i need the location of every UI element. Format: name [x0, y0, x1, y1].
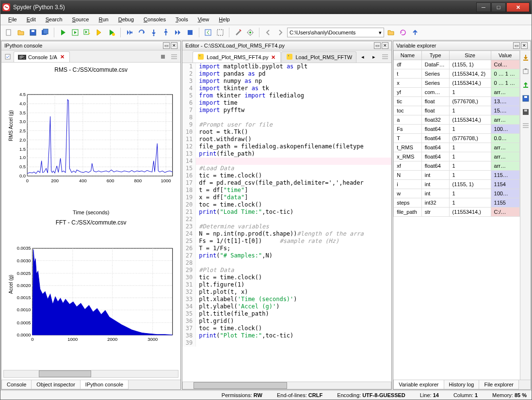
console-options-button[interactable] — [169, 51, 179, 62]
bottom-tab-console[interactable]: Console — [1, 380, 32, 389]
menu-run[interactable]: Run — [95, 15, 112, 24]
editor-close-button[interactable]: ✕ — [382, 42, 388, 49]
minimize-button[interactable]: ─ — [476, 2, 491, 12]
varexp-title: Variable explorer — [396, 43, 436, 48]
editor-tab-inactive[interactable]: Load_Plot_RMS_FFTW — [281, 51, 356, 63]
run-cell-advance-button[interactable] — [82, 27, 93, 38]
continue-button[interactable] — [173, 27, 183, 38]
var-row-toc[interactable]: tocfloat115.… — [394, 106, 520, 115]
var-row-w[interactable]: wint1100… — [394, 189, 520, 198]
varexp-close-button[interactable]: ✕ — [521, 42, 528, 49]
var-row-yf[interactable]: yfcom…1arr… — [394, 88, 520, 97]
tab-nav-left-button[interactable]: ◂ — [357, 51, 368, 62]
save-session-button[interactable] — [520, 93, 531, 104]
editor-h-scrollbar[interactable] — [182, 382, 391, 389]
maximize-button[interactable]: □ — [491, 2, 506, 12]
step-into-button[interactable] — [148, 27, 159, 38]
menu-help[interactable]: Help — [215, 15, 234, 24]
var-row-N[interactable]: Nint1115… — [394, 171, 520, 180]
menu-consoles[interactable]: Consoles — [140, 15, 170, 24]
back-button[interactable] — [263, 27, 274, 38]
svg-text:2.5: 2.5 — [19, 128, 26, 133]
menu-edit[interactable]: Edit — [23, 15, 40, 24]
stop-debug-button[interactable] — [185, 27, 195, 38]
run-selection-button[interactable] — [94, 27, 105, 38]
import-data-button[interactable] — [520, 52, 531, 63]
var-header-name[interactable]: Name — [394, 51, 422, 60]
svg-text:600: 600 — [107, 178, 114, 183]
console-tab-close-icon[interactable]: ✕ — [59, 54, 65, 60]
close-button[interactable]: ✕ — [506, 2, 530, 12]
var-row-i[interactable]: iint(1155, 1)1154 — [394, 180, 520, 189]
console-stop-button[interactable] — [158, 51, 168, 62]
console-home-button[interactable] — [2, 51, 13, 62]
debug-button[interactable] — [124, 27, 135, 38]
var-row-a[interactable]: afloat32(11553414,)arr… — [394, 115, 520, 125]
new-file-button[interactable] — [3, 27, 14, 38]
editor-tab-close-icon[interactable]: ✕ — [270, 54, 276, 61]
svg-rect-85 — [524, 96, 527, 98]
menu-source[interactable]: Source — [68, 15, 93, 24]
save-data-as-button[interactable] — [520, 80, 531, 90]
bottom-tab-history-log[interactable]: History log — [444, 380, 480, 389]
save-all-button[interactable] — [40, 27, 50, 38]
bottom-tab-variable-explorer[interactable]: Variable explorer — [393, 380, 444, 389]
var-row-tic[interactable]: ticfloat(5776708,)13.… — [394, 97, 520, 106]
var-row-T[interactable]: Tfloat64(5776708,)0.0… — [394, 134, 520, 143]
code-editor[interactable]: 1import matplotlib.pyplot as plt2import … — [182, 63, 391, 382]
var-row-xf[interactable]: xffloat641arr… — [394, 161, 520, 171]
run-button[interactable] — [58, 27, 68, 38]
editor-undock-button[interactable]: ▭ — [374, 42, 381, 49]
variable-table[interactable]: NameTypeSizeValuedfDataF…(1155, 1)Col…tS… — [393, 50, 520, 380]
editor-options-button[interactable] — [380, 51, 390, 62]
load-session-button[interactable] — [520, 107, 531, 117]
tab-nav-right-button[interactable]: ▸ — [369, 51, 379, 62]
svg-rect-3 — [32, 30, 34, 32]
var-row-x_RMS[interactable]: x_RMSfloat641arr… — [394, 152, 520, 161]
editor-tab-active[interactable]: Load_Plot_RMS_FFT4.py ✕ — [193, 51, 281, 63]
editor-pane: Editor - C:\SSX\Load_Plot_RMS_FFT4.py ▭ … — [182, 41, 392, 390]
menu-debug[interactable]: Debug — [114, 15, 138, 24]
browse-dir-button[interactable] — [386, 27, 396, 38]
bottom-tab-file-explorer[interactable]: File explorer — [479, 380, 519, 389]
rerun-button[interactable] — [106, 27, 117, 38]
step-button[interactable] — [136, 27, 147, 38]
bottom-tab-object-inspector[interactable]: Object inspector — [31, 380, 80, 389]
var-row-t_RMS[interactable]: t_RMSfloat641arr… — [394, 143, 520, 152]
svg-text:0.5: 0.5 — [19, 164, 26, 169]
working-dir-combo[interactable]: C:\Users\shanly\Documents ▾ — [287, 28, 384, 37]
run-cell-button[interactable] — [70, 27, 81, 38]
var-row-file_path[interactable]: file_pathstr(11553414,)C:/… — [394, 208, 520, 217]
fullscreen-button[interactable] — [215, 27, 226, 38]
menu-file[interactable]: File — [4, 15, 21, 24]
var-row-df[interactable]: dfDataF…(1155, 1)Col… — [394, 60, 520, 69]
menu-tools[interactable]: Tools — [172, 15, 192, 24]
refresh-dir-button[interactable] — [398, 27, 408, 38]
forward-button[interactable] — [275, 27, 286, 38]
var-row-Fs[interactable]: Fsfloat641100… — [394, 125, 520, 134]
pane-close-button[interactable]: ✕ — [171, 42, 177, 49]
var-row-x[interactable]: xSeries(11553414,)0 … 1 … — [394, 79, 520, 88]
var-row-steps[interactable]: stepsint3211155 — [394, 198, 520, 208]
console-h-scrollbar[interactable] — [3, 370, 178, 378]
save-data-button[interactable] — [520, 66, 531, 77]
step-out-button[interactable] — [161, 27, 171, 38]
svg-text:0.0010: 0.0010 — [17, 307, 31, 312]
menu-view[interactable]: View — [194, 15, 213, 24]
varexp-options-button[interactable] — [520, 120, 531, 131]
pane-undock-button[interactable]: ▭ — [163, 42, 170, 49]
console-tab[interactable]: IP: Console 1/A ✕ — [14, 51, 70, 62]
var-header-value[interactable]: Value — [491, 51, 519, 60]
var-header-type[interactable]: Type — [421, 51, 449, 60]
bottom-tab-ipython-console[interactable]: IPython console — [80, 380, 129, 389]
var-row-t[interactable]: tSeries(11553414, 2)0 … 1 … — [394, 69, 520, 79]
pythonpath-button[interactable] — [245, 27, 256, 38]
varexp-undock-button[interactable]: ▭ — [513, 42, 520, 49]
save-button[interactable] — [28, 27, 38, 38]
var-header-size[interactable]: Size — [449, 51, 491, 60]
preferences-button[interactable] — [233, 27, 243, 38]
menu-search[interactable]: Search — [42, 15, 66, 24]
open-file-button[interactable] — [16, 27, 26, 38]
parent-dir-button[interactable] — [410, 27, 420, 38]
maximize-pane-button[interactable] — [203, 27, 213, 38]
